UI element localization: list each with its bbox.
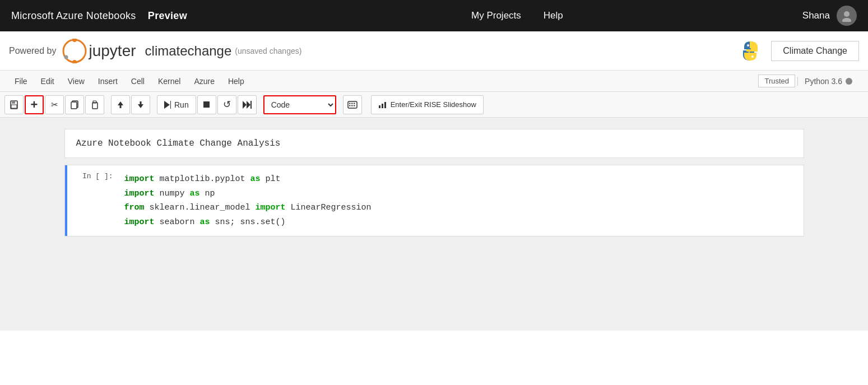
- keyboard-shortcut-button[interactable]: [343, 95, 362, 114]
- top-navbar: Microsoft Azure Notebooks Preview My Pro…: [0, 0, 868, 31]
- kernel-info: Python 3.6: [797, 77, 859, 86]
- user-icon: [841, 10, 853, 22]
- svg-rect-29: [351, 105, 353, 106]
- svg-marker-21: [243, 101, 247, 109]
- jupyter-logo-icon: [62, 39, 87, 63]
- svg-rect-13: [71, 102, 77, 109]
- code-line-4: import seaborn as sns; sns.set(): [124, 215, 797, 230]
- svg-point-5: [64, 55, 68, 59]
- code-line-2: import numpy as np: [124, 187, 797, 201]
- notebook-inner: Azure Notebook Climate Change Analysis I…: [42, 129, 827, 236]
- powered-by-label: Powered by: [9, 46, 57, 56]
- svg-point-1: [842, 18, 851, 22]
- save-button[interactable]: [4, 95, 24, 114]
- svg-rect-23: [250, 101, 252, 109]
- svg-marker-22: [247, 101, 250, 109]
- paste-icon: [90, 100, 99, 109]
- nav-my-projects[interactable]: My Projects: [471, 10, 521, 21]
- svg-point-3: [72, 39, 77, 42]
- paste-button[interactable]: [85, 95, 104, 114]
- user-section: Shana: [802, 6, 857, 26]
- markdown-cell[interactable]: Azure Notebook Climate Change Analysis: [64, 129, 804, 158]
- nav-help[interactable]: Help: [544, 10, 563, 21]
- jupyter-logo: jupyter: [62, 39, 145, 63]
- menu-file[interactable]: File: [9, 75, 33, 88]
- run-icon: [164, 101, 171, 109]
- trusted-button[interactable]: Trusted: [758, 75, 795, 87]
- kernel-label: Python 3.6: [805, 77, 842, 86]
- unsaved-indicator: (unsaved changes): [235, 47, 301, 55]
- move-down-button[interactable]: [131, 95, 150, 114]
- copy-icon: [70, 100, 79, 109]
- bar-chart-icon: [378, 101, 387, 109]
- svg-rect-25: [349, 103, 351, 104]
- jupyter-header: Powered by jupyter climatechange (unsave…: [0, 31, 868, 71]
- code-line-1: import matplotlib.pyplot as plt: [124, 172, 797, 187]
- menu-azure[interactable]: Azure: [188, 75, 220, 88]
- rise-slideshow-button[interactable]: Enter/Exit RISE Slideshow: [371, 95, 484, 114]
- svg-rect-26: [351, 103, 353, 104]
- svg-rect-31: [379, 105, 380, 108]
- cell-type-dropdown[interactable]: Code Markdown Raw NBConvert Heading: [263, 95, 336, 114]
- svg-rect-27: [354, 103, 355, 104]
- svg-rect-28: [349, 105, 351, 106]
- svg-rect-20: [203, 101, 210, 108]
- stop-icon: [203, 101, 210, 108]
- svg-point-0: [844, 11, 850, 17]
- svg-rect-16: [120, 105, 122, 108]
- copy-button[interactable]: [65, 95, 84, 114]
- arrow-down-icon: [136, 100, 145, 109]
- menu-bar: File Edit View Insert Cell Kernel Azure …: [0, 71, 868, 92]
- user-avatar[interactable]: [837, 6, 857, 26]
- svg-rect-19: [170, 101, 171, 109]
- svg-point-4: [72, 60, 77, 63]
- svg-marker-18: [164, 101, 170, 109]
- python-logo: [739, 39, 762, 63]
- menu-cell[interactable]: Cell: [126, 75, 150, 88]
- nav-links: My Projects Help: [232, 10, 802, 21]
- fast-forward-button[interactable]: [238, 95, 257, 114]
- menu-edit[interactable]: Edit: [35, 75, 60, 88]
- restart-button[interactable]: ↺: [217, 95, 236, 114]
- header-right: Climate Change: [739, 39, 859, 63]
- markdown-text: Azure Notebook Climate Change Analysis: [76, 138, 281, 149]
- menu-help[interactable]: Help: [222, 75, 250, 88]
- add-cell-button[interactable]: +: [25, 95, 44, 114]
- save-icon: [10, 100, 18, 109]
- notebook-content: Azure Notebook Climate Change Analysis I…: [0, 118, 868, 331]
- svg-rect-14: [92, 103, 98, 109]
- username: Shana: [802, 10, 830, 21]
- menu-kernel[interactable]: Kernel: [152, 75, 186, 88]
- notebook-title[interactable]: climatechange: [145, 43, 232, 59]
- svg-rect-10: [12, 101, 15, 104]
- svg-point-8: [751, 55, 754, 58]
- code-cell[interactable]: In [ ]: import matplotlib.pyplot as plt …: [64, 165, 804, 236]
- run-button[interactable]: Run: [157, 95, 196, 114]
- fast-forward-icon: [243, 101, 252, 109]
- brand-name: Microsoft Azure Notebooks Preview: [11, 10, 187, 22]
- move-up-button[interactable]: [111, 95, 130, 114]
- svg-rect-24: [348, 101, 357, 108]
- svg-rect-32: [382, 104, 383, 108]
- svg-rect-11: [11, 105, 17, 108]
- cut-button[interactable]: ✂: [45, 95, 64, 114]
- code-line-3: from sklearn.linear_model import LinearR…: [124, 201, 797, 215]
- svg-rect-17: [140, 101, 142, 105]
- stop-button[interactable]: [197, 95, 216, 114]
- svg-rect-33: [384, 102, 386, 108]
- toolbar: + ✂ Run: [0, 92, 868, 118]
- cell-code-area[interactable]: import matplotlib.pyplot as plt import n…: [118, 165, 804, 236]
- svg-point-7: [747, 44, 749, 47]
- svg-rect-30: [354, 105, 355, 106]
- menu-insert[interactable]: Insert: [92, 75, 123, 88]
- menu-view[interactable]: View: [62, 75, 90, 88]
- keyboard-icon: [347, 101, 358, 109]
- notebook-name-button[interactable]: Climate Change: [771, 41, 859, 61]
- arrow-up-icon: [116, 100, 125, 109]
- cell-prompt: In [ ]:: [67, 165, 118, 236]
- kernel-status-dot: [846, 78, 852, 85]
